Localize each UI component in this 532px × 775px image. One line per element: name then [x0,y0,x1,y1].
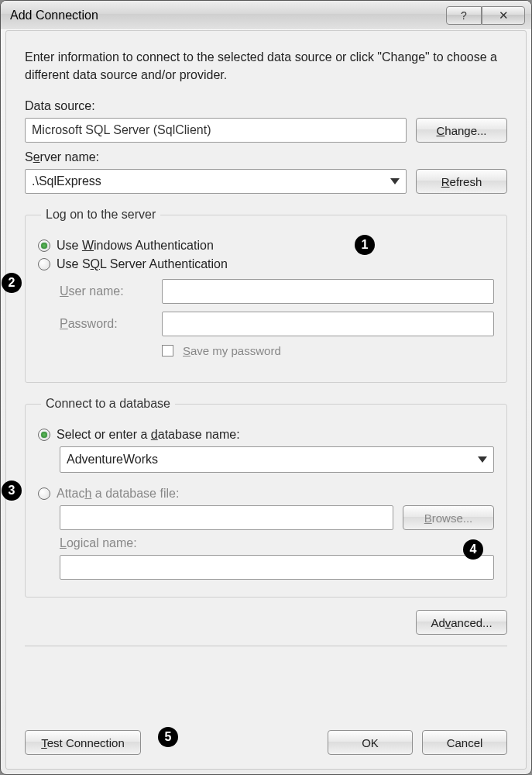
radio-windows-label: Use Windows Authentication [57,239,214,253]
radio-icon [38,258,50,270]
database-combo[interactable]: AdventureWorks [60,446,494,473]
logical-name-label: Logical name: [60,536,494,550]
server-name-combo[interactable]: .\SqlExpress [25,169,407,194]
server-name-label: Server name: [25,150,507,164]
browse-button: Browse... [403,505,494,530]
database-legend: Connect to a database [41,397,175,411]
change-button-rest: hange... [444,124,486,137]
logon-group: Log on to the server Use Windows Authent… [25,208,507,383]
help-button[interactable]: ? [446,6,482,25]
change-button[interactable]: Change... [416,118,507,143]
save-password-label: Save my password [183,344,281,357]
annotation-4: 4 [463,539,483,560]
radio-icon [38,239,50,252]
help-icon: ? [461,9,467,22]
close-button[interactable]: ✕ [482,6,525,25]
radio-sql-label: Use SQL Server Authentication [57,257,228,271]
cancel-button[interactable]: Cancel [422,730,507,755]
annotation-5: 5 [158,727,178,747]
radio-attach-db[interactable]: Attach a database file: [38,487,494,501]
close-icon: ✕ [499,9,509,22]
data-source-label: Data source: [25,99,507,113]
chevron-down-icon [390,178,400,184]
radio-icon [38,429,50,441]
radio-select-db[interactable]: Select or enter a database name: [38,428,494,442]
titlebar[interactable]: Add Connection ? ✕ [1,1,531,30]
radio-icon [38,487,50,500]
chevron-down-icon [478,456,487,463]
separator [25,646,507,646]
window-title: Add Connection [10,9,446,22]
password-label: Password: [60,317,153,331]
database-combo-value: AdventureWorks [67,453,158,467]
bottom-bar: Test Connection OK Cancel [25,730,507,755]
password-row: Password: [60,312,494,336]
server-name-value: .\SqlExpress [32,174,101,188]
annotation-1: 1 [355,235,375,255]
radio-select-db-label: Select or enter a database name: [57,428,240,442]
password-input [162,312,494,336]
annotation-3: 3 [2,480,22,501]
radio-windows-auth[interactable]: Use Windows Authentication [38,239,494,253]
refresh-button[interactable]: Refresh [416,169,507,194]
database-group: Connect to a database Select or enter a … [25,397,507,598]
save-password-checkbox [162,345,173,356]
dialog-window: Add Connection ? ✕ Enter information to … [0,0,532,775]
radio-sql-auth[interactable]: Use SQL Server Authentication [38,257,494,271]
titlebar-buttons: ? ✕ [446,6,525,25]
data-source-field: Microsoft SQL Server (SqlClient) [25,118,407,143]
advanced-button[interactable]: Advanced... [416,610,507,635]
username-label: User name: [60,284,153,298]
annotation-2: 2 [2,273,22,293]
logon-legend: Log on to the server [41,208,160,222]
instruction-text: Enter information to connect to the sele… [25,48,507,84]
radio-attach-db-label: Attach a database file: [57,487,179,501]
test-connection-button[interactable]: Test Connection [25,730,141,755]
username-input [162,279,494,304]
dialog-body: Enter information to connect to the sele… [5,30,527,770]
username-row: User name: [60,279,494,304]
logical-name-input [60,555,494,580]
attach-file-input [60,505,393,530]
save-password-row: Save my password [162,344,494,357]
ok-button[interactable]: OK [328,730,413,755]
